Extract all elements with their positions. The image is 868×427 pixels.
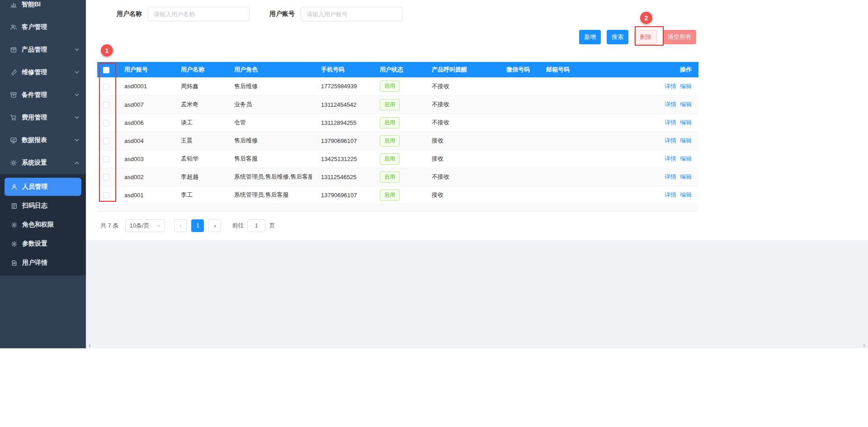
cell-status: 启用 [371,132,423,150]
pagination: 共 7 条 10条/页 ‹ 1 › 前往 页 [100,219,868,232]
search-button[interactable]: 搜索 [607,30,628,44]
cell-name: 王晨 [172,132,225,150]
status-badge: 启用 [380,135,400,147]
detail-link[interactable]: 详情 [665,155,676,162]
sidebar-item-label: 维修管理 [22,68,47,76]
prev-page-button[interactable]: ‹ [174,219,187,232]
account-input[interactable] [301,7,402,21]
row-checkbox[interactable] [103,102,109,108]
sidebar-subitem-label: 扫码日志 [22,202,47,210]
cell-notify: 接收 [423,132,497,150]
cell-status: 启用 [371,95,423,114]
sidebar-item-label: 费用管理 [22,114,47,122]
current-page[interactable]: 1 [191,219,204,232]
row-checkbox[interactable] [103,174,109,180]
table-row: asd001李工系统管理员,售后客服13790696107启用接收详情编辑 [97,186,698,204]
cell-notify: 不接收 [423,114,497,132]
row-checkbox[interactable] [103,192,109,199]
cell-status: 启用 [371,114,423,132]
cell-phone: 13790696107 [312,132,371,150]
row-checkbox[interactable] [103,84,109,90]
edit-link[interactable]: 编辑 [680,83,692,90]
detail-link[interactable]: 详情 [665,191,676,198]
cell-wechat [497,168,537,186]
cell-phone: 13425131225 [312,150,371,168]
cell-account: asd004 [115,132,172,150]
row-checkbox[interactable] [103,120,109,126]
cell-email [537,186,658,204]
goto-page-input[interactable] [247,219,265,232]
sidebar-item-label: 智能BI [22,0,41,9]
username-input[interactable] [148,7,250,21]
annotation-step-2: 2 [640,12,652,24]
page-size-select[interactable]: 10条/页 [125,219,165,232]
gear-icon [10,159,17,166]
scroll-left-arrow[interactable]: ‹ [89,342,91,348]
cell-name: 李工 [172,186,225,204]
sidebar-item-bi[interactable]: 智能BI [0,0,86,16]
cell-account: asd007 [115,95,172,114]
cell-account: asd002 [115,168,172,186]
cell-phone: 13112546525 [312,168,371,186]
cell-wechat [497,114,537,132]
sidebar-item-report[interactable]: 数据报表 [0,129,86,152]
add-button[interactable]: 新增 [579,30,601,44]
scroll-right-arrow[interactable]: › [863,342,865,348]
cell-notify: 接收 [423,186,497,204]
edit-link[interactable]: 编辑 [680,155,692,162]
detail-link[interactable]: 详情 [665,119,676,126]
sidebar-item-product[interactable]: 产品管理 [0,38,86,61]
sidebar: 智能BI客户管理产品管理维修管理备件管理费用管理数据报表系统设置人员管理扫码日志… [0,0,86,348]
sidebar-subitem-params[interactable]: 参数设置 [5,235,81,253]
cell-phone: 13112894255 [312,114,371,132]
sidebar-subitem-label: 用户详情 [22,259,47,267]
sidebar-item-label: 备件管理 [22,91,47,99]
sidebar-item-label: 数据报表 [22,136,47,144]
edit-link[interactable]: 编辑 [680,101,692,108]
cell-notify: 不接收 [423,95,497,114]
detail-link[interactable]: 详情 [665,83,676,90]
cell-name: 谈工 [172,114,225,132]
sidebar-item-expense[interactable]: 费用管理 [0,106,86,129]
sidebar-subitem-roles-permissions[interactable]: 角色和权限 [5,216,81,234]
edit-link[interactable]: 编辑 [680,119,692,126]
row-checkbox[interactable] [103,138,109,144]
sidebar-item-repair[interactable]: 维修管理 [0,61,86,84]
clear-all-button[interactable]: 清空所有 [663,30,696,44]
sidebar-item-spare-parts[interactable]: 备件管理 [0,84,86,106]
column-header: 手机号码 [312,62,371,77]
cell-role: 系统管理员,售后维修,售后客服 [225,168,312,186]
row-checkbox[interactable] [103,156,109,162]
content-card: 用户名称 用户账号 新增 搜索 删除 清空所有 用户账号用户名称用户角色 [86,0,868,240]
cell-name: 李超越 [172,168,225,186]
page-unit: 页 [269,222,275,230]
table-row: asd0001周炜鑫售后维修17725984939启用不接收详情编辑 [97,77,698,95]
table-row: asd003孟铅华售后客服13425131225启用接收详情编辑 [97,150,698,168]
main-area: 用户名称 用户账号 新增 搜索 删除 清空所有 用户账号用户名称用户角色 [86,0,868,348]
sidebar-submenu: 人员管理扫码日志角色和权限参数设置用户详情 [0,174,86,275]
cell-email [537,114,658,132]
sidebar-item-customer[interactable]: 客户管理 [0,16,86,38]
sidebar-item-system[interactable]: 系统设置 [0,152,86,174]
chevron-up-icon [74,160,80,166]
cell-email [537,168,658,186]
detail-link[interactable]: 详情 [665,101,676,108]
status-badge: 启用 [380,99,400,110]
sidebar-subitem-user-detail[interactable]: 用户详情 [5,254,81,272]
list-icon [11,203,18,209]
edit-link[interactable]: 编辑 [680,191,692,198]
select-all-checkbox[interactable] [103,67,109,73]
edit-link[interactable]: 编辑 [680,173,692,180]
delete-button[interactable]: 删除 [634,30,657,44]
toolbar: 新增 搜索 删除 清空所有 [86,30,696,44]
cell-email [537,132,658,150]
sidebar-subitem-scan-log[interactable]: 扫码日志 [5,197,81,215]
detail-link[interactable]: 详情 [665,173,676,180]
sidebar-subitem-personnel[interactable]: 人员管理 [5,178,81,196]
cell-role: 业务员 [225,95,312,114]
edit-link[interactable]: 编辑 [680,137,692,144]
detail-link[interactable]: 详情 [665,137,676,144]
next-page-button[interactable]: › [208,219,221,232]
cell-status: 启用 [371,77,423,95]
cell-status: 启用 [371,150,423,168]
